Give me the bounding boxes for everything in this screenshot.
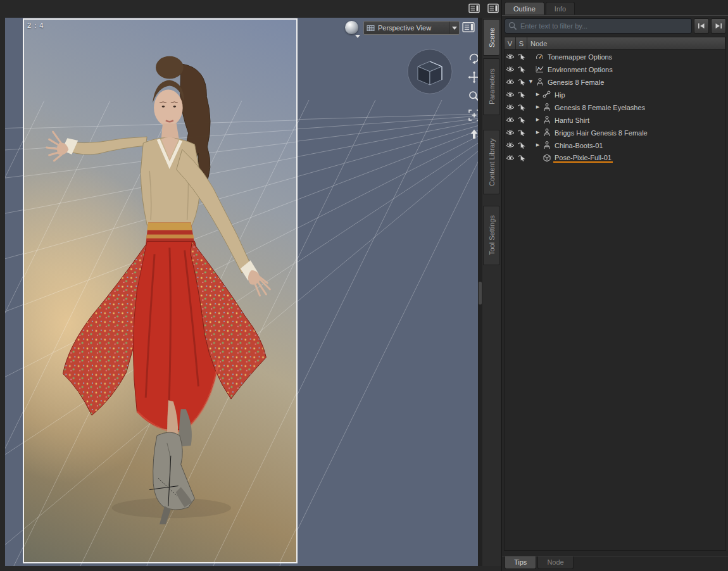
expander-icon[interactable]: ▶ (534, 92, 541, 97)
side-tab-strip: Scene Parameters Content Library Tool Se… (482, 18, 501, 566)
tree-row[interactable]: Environment Options (505, 63, 725, 75)
tonemapper-icon (535, 53, 544, 60)
tab-scene[interactable]: Scene (483, 19, 500, 56)
view-sphere-icon[interactable] (345, 21, 358, 34)
scene-pane-tabs: Outline Info (505, 2, 575, 15)
scene-tree: V S Node Tonemapper Options Environment … (504, 37, 726, 551)
visibility-eye-icon[interactable] (505, 66, 516, 72)
visibility-eye-icon[interactable] (505, 130, 516, 135)
aspect-ratio-label: 2 : 4 (27, 22, 44, 29)
selectable-cursor-icon[interactable] (516, 78, 527, 85)
tree-row[interactable]: Tonemapper Options (505, 50, 725, 63)
expander-icon[interactable]: ▶ (534, 104, 541, 110)
tree-row[interactable]: ▶ Briggs Hair Genesis 8 Female (505, 126, 725, 139)
tree-row[interactable]: ▼ Genesis 8 Female (505, 75, 725, 88)
filter-row (505, 18, 726, 34)
tab-group-menu-icon[interactable] (487, 3, 499, 14)
frame-icon[interactable] (467, 108, 478, 123)
visibility-eye-icon[interactable] (505, 79, 516, 85)
row-indent (527, 107, 534, 108)
selectable-cursor-icon[interactable] (516, 142, 527, 149)
tree-row[interactable]: ▶ Genesis 8 Female Eyelashes (505, 101, 725, 113)
expander-icon[interactable]: ▼ (527, 79, 534, 84)
tree-row[interactable]: ▶ China-Boots-01 (505, 139, 725, 151)
expander-icon[interactable]: ▶ (534, 117, 541, 122)
cube-icon (542, 154, 551, 162)
tab-parameters[interactable]: Parameters (483, 58, 500, 115)
node-label[interactable]: Briggs Hair Genesis 8 Female (553, 129, 649, 137)
selectable-cursor-icon[interactable] (516, 66, 527, 73)
selectable-cursor-icon[interactable] (516, 154, 527, 161)
selectable-cursor-icon[interactable] (516, 53, 527, 60)
node-label[interactable]: China-Boots-01 (553, 141, 604, 149)
tab-parameters-label: Parameters (488, 69, 496, 105)
visibility-eye-icon[interactable] (505, 92, 516, 97)
selectable-cursor-icon[interactable] (516, 129, 527, 136)
visibility-eye-icon[interactable] (505, 117, 516, 123)
tab-content-library-label: Content Library (488, 138, 496, 185)
node-label[interactable]: Environment Options (546, 65, 614, 73)
figure-icon (542, 116, 551, 124)
tab-outline[interactable]: Outline (505, 2, 544, 15)
expander-icon[interactable]: ▶ (534, 142, 541, 147)
pane-menu-icon[interactable] (468, 3, 480, 14)
scene-pane: Outline Info V S Node (501, 0, 728, 571)
chevron-down-icon[interactable] (449, 22, 459, 34)
view-cube[interactable] (405, 47, 455, 96)
visibility-eye-icon[interactable] (505, 142, 516, 148)
filter-input-wrap (505, 18, 692, 34)
viewport-tools (467, 51, 478, 142)
tab-scene-label: Scene (488, 27, 496, 47)
render-figure (24, 20, 296, 562)
node-label[interactable]: Pose-Pixie-Full-01 (553, 153, 613, 163)
orbit-icon[interactable] (467, 51, 478, 66)
bone-icon (542, 91, 551, 98)
view-selector-dropdown[interactable]: Perspective View (363, 21, 460, 35)
tab-tool-settings-label: Tool Settings (488, 216, 496, 256)
render-aspect-frame: 2 : 4 (23, 18, 298, 563)
row-indent (527, 158, 534, 158)
viewport-menu-icon[interactable] (462, 22, 475, 33)
environment-icon (535, 65, 544, 73)
view-sphere-caret-icon[interactable] (355, 35, 360, 38)
row-indent (527, 132, 534, 133)
tab-tips[interactable]: Tips (505, 556, 536, 569)
row-indent (527, 120, 534, 120)
node-label[interactable]: Hanfu Shirt (553, 116, 591, 124)
filter-input[interactable] (505, 18, 692, 34)
node-label[interactable]: Genesis 8 Female (546, 78, 605, 86)
row-indent (527, 94, 534, 95)
node-label[interactable]: Hip (553, 91, 567, 99)
column-header-node[interactable]: Node (527, 37, 725, 49)
figure-icon (542, 129, 551, 137)
arrow-left-icon[interactable] (694, 18, 709, 34)
node-label[interactable]: Genesis 8 Female Eyelashes (553, 103, 646, 111)
column-header-selectable[interactable]: S (516, 37, 527, 49)
visibility-eye-icon[interactable] (505, 155, 516, 161)
view-selector-label: Perspective View (378, 24, 449, 32)
arrow-right-icon[interactable] (711, 18, 726, 34)
scene-tree-header: V S Node (505, 37, 725, 50)
figure-icon (542, 103, 551, 111)
tab-info[interactable]: Info (546, 2, 575, 15)
pan-icon[interactable] (467, 70, 478, 85)
aim-icon[interactable] (467, 127, 478, 142)
splitter-handle[interactable] (479, 282, 482, 304)
tab-tool-settings[interactable]: Tool Settings (483, 206, 500, 265)
tab-content-library[interactable]: Content Library (483, 130, 500, 194)
bottom-tabs: Tips Node (505, 556, 574, 569)
selectable-cursor-icon[interactable] (516, 91, 527, 98)
visibility-eye-icon[interactable] (505, 104, 516, 110)
tree-row[interactable]: ▶ Hip (505, 88, 725, 101)
selectable-cursor-icon[interactable] (516, 104, 527, 111)
tab-node[interactable]: Node (537, 556, 573, 569)
column-header-visibility[interactable]: V (505, 37, 516, 49)
tree-row[interactable]: Pose-Pixie-Full-01 (505, 151, 725, 164)
selectable-cursor-icon[interactable] (516, 116, 527, 123)
expander-icon[interactable]: ▶ (534, 130, 541, 135)
node-label[interactable]: Tonemapper Options (546, 53, 613, 61)
visibility-eye-icon[interactable] (505, 54, 516, 60)
viewport-3d[interactable]: 2 : 4 Perspective View (5, 18, 478, 566)
tree-row[interactable]: ▶ Hanfu Shirt (505, 113, 725, 126)
zoom-icon[interactable] (467, 89, 478, 104)
